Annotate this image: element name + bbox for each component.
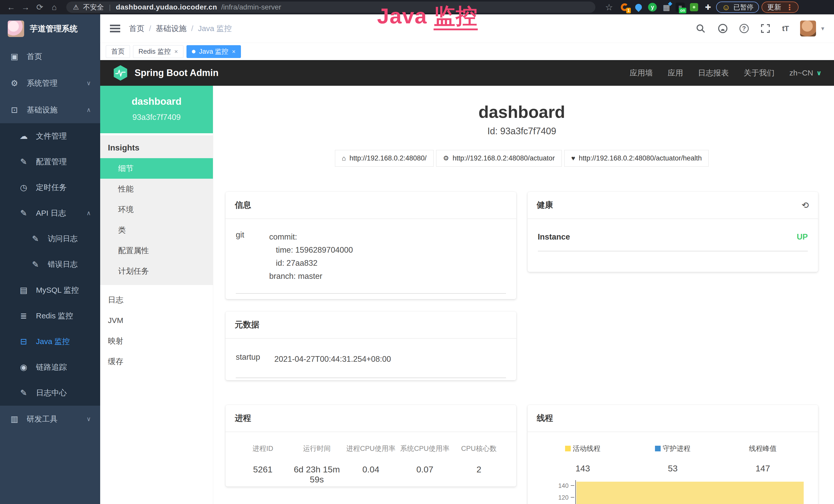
database-icon: ▤ xyxy=(19,285,29,295)
sba-menu-config-props[interactable]: 配置属性 xyxy=(100,240,213,261)
admin-sidebar: 芋道管理系统 ▣ 首页 ⚙ 系统管理 ∨ ⊡ 基础设施 ∧ ☁ 文件管理 xyxy=(0,15,100,504)
breadcrumb-infra[interactable]: 基础设施 xyxy=(156,23,186,34)
search-icon[interactable] xyxy=(695,23,706,34)
profile-paused-chip[interactable]: ☺ 已暂停 xyxy=(716,2,759,13)
sidebar-item-home[interactable]: ▣ 首页 xyxy=(0,43,100,70)
extension-grid-icon[interactable]: ▦ xyxy=(661,2,672,13)
health-url-link[interactable]: ♥ http://192.168.0.2:48080/actuator/heal… xyxy=(564,150,709,167)
service-url-link[interactable]: ⌂ http://192.168.0.2:48080/ xyxy=(335,150,434,167)
sba-menu-details[interactable]: 细节 xyxy=(100,158,213,179)
sidebar-item-api-log[interactable]: ✎ API 日志 ∧ xyxy=(0,200,100,226)
extension-tabs-icon[interactable]: ≡ on xyxy=(675,2,686,13)
log-edit-icon: ✎ xyxy=(30,234,41,244)
sba-menu-environment[interactable]: 环境 xyxy=(100,199,213,220)
extension-green-icon[interactable] xyxy=(688,2,700,13)
y-glyph: y xyxy=(648,3,657,12)
browser-home-icon[interactable]: ⌂ xyxy=(48,3,60,12)
browser-reload-icon[interactable]: ⟳ xyxy=(34,2,46,12)
avatar-caret-icon[interactable]: ▾ xyxy=(821,25,824,32)
sba-menu-logs[interactable]: 日志 xyxy=(100,290,213,310)
github-icon[interactable] xyxy=(717,23,728,34)
browser-forward-icon[interactable]: → xyxy=(20,3,31,12)
process-table: 进程ID 5261 运行时间 6d 23h 15m 59s xyxy=(236,444,506,484)
link-label: http://192.168.0.2:48080/ xyxy=(349,154,426,162)
sba-nav-wallboard[interactable]: 应用墙 xyxy=(630,68,653,78)
sidebar-item-system[interactable]: ⚙ 系统管理 ∨ xyxy=(0,70,100,96)
on-badge: on xyxy=(679,8,686,13)
sba-menu-mappings[interactable]: 映射 xyxy=(100,331,213,351)
browser-update-button[interactable]: 更新 ⋮ xyxy=(762,2,798,13)
font-size-icon[interactable]: tT xyxy=(782,24,789,33)
link-label: http://192.168.0.2:48080/actuator xyxy=(453,154,555,162)
sba-menu-jvm[interactable]: JVM xyxy=(100,310,213,331)
actuator-url-link[interactable]: ⚙ http://192.168.0.2:48080/actuator xyxy=(436,150,562,167)
sidebar-logo-row[interactable]: 芋道管理系统 xyxy=(0,15,100,43)
sba-locale-select[interactable]: zh~CN ∨ xyxy=(789,69,822,77)
sidebar-item-access-log[interactable]: ✎ 访问日志 xyxy=(0,226,100,252)
tab-redis-monitor[interactable]: Redis 监控 × xyxy=(133,45,183,58)
browser-menu-icon[interactable]: ⋮ xyxy=(786,3,793,12)
sba-header: Spring Boot Admin 应用墙 应用 日志报表 关于我们 zh~CN… xyxy=(100,60,834,86)
address-bar[interactable]: ⚠ 不安全 | dashboard.yudao.iocoder.cn /infr… xyxy=(66,2,595,13)
sidebar-item-mysql-monitor[interactable]: ▤ MySQL 监控 xyxy=(0,277,100,303)
browser-back-icon[interactable]: ← xyxy=(5,3,17,12)
sidebar-item-file-manage[interactable]: ☁ 文件管理 xyxy=(0,123,100,149)
git-id-line: id: 27aa832 xyxy=(269,256,506,270)
info-value: commit: time: 1596289704000 id: 27aa832 … xyxy=(269,230,506,283)
extension-pin-icon[interactable] xyxy=(633,2,644,13)
tab-java-monitor[interactable]: Java 监控 × xyxy=(186,45,241,58)
sidebar-item-trace[interactable]: ◉ 链路追踪 xyxy=(0,354,100,380)
sidebar-item-scheduled-job[interactable]: ◷ 定时任务 xyxy=(0,175,100,200)
paused-label: 已暂停 xyxy=(733,3,753,12)
instance-header[interactable]: dashboard 93a3fc7f7409 xyxy=(100,86,213,133)
history-icon[interactable]: ⟲ xyxy=(802,200,809,210)
sidebar-item-error-log[interactable]: ✎ 错误日志 xyxy=(0,252,100,277)
sba-nav-about[interactable]: 关于我们 xyxy=(744,68,774,78)
close-icon[interactable]: × xyxy=(174,48,178,55)
sba-menu-classes[interactable]: 类 xyxy=(100,220,213,240)
pin-glyph xyxy=(634,3,643,12)
y-axis-tick: 120 xyxy=(538,494,569,501)
legend-label: 守护进程 xyxy=(663,444,690,453)
sidebar-item-java-monitor[interactable]: ⊟ Java 监控 xyxy=(0,329,100,354)
health-instance-row: Instance UP xyxy=(538,232,808,251)
close-icon[interactable]: × xyxy=(232,48,236,55)
sba-menu-caches[interactable]: 缓存 xyxy=(100,351,213,372)
git-branch-line: branch: master xyxy=(269,270,506,283)
git-time-line: time: 1596289704000 xyxy=(269,244,506,256)
sidebar-item-dev-tools[interactable]: ▥ 研发工具 ∨ xyxy=(0,406,100,432)
sidebar-item-redis-monitor[interactable]: ≣ Redis 监控 xyxy=(0,303,100,329)
spring-boot-admin-frame: Spring Boot Admin 应用墙 应用 日志报表 关于我们 zh~CN… xyxy=(100,60,834,504)
extension-y-icon[interactable]: y xyxy=(647,2,658,13)
info-card: 信息 git commit: time: 1596289704000 id: 2… xyxy=(225,192,516,299)
wrench-icon: ⚙ xyxy=(443,154,449,162)
sba-nav-applications[interactable]: 应用 xyxy=(667,68,683,78)
metadata-key: startup xyxy=(236,352,274,366)
extension-orange-icon[interactable]: 1 xyxy=(619,2,630,13)
timer-icon: ◷ xyxy=(19,183,29,192)
sba-brand[interactable]: Spring Boot Admin xyxy=(112,65,219,82)
tab-label: Redis 监控 xyxy=(138,47,171,56)
threads-live-stat: 活动线程 143 xyxy=(538,444,628,474)
process-col-uptime: 运行时间 6d 23h 15m 59s xyxy=(290,444,344,484)
tab-home[interactable]: 首页 xyxy=(106,45,130,58)
stack-icon: ≣ xyxy=(19,311,29,321)
sba-menu-scheduled-tasks[interactable]: 计划任务 xyxy=(100,261,213,281)
card-title: 信息 xyxy=(235,200,251,211)
help-icon[interactable]: ? xyxy=(740,24,749,33)
sidebar-item-infra[interactable]: ⊡ 基础设施 ∧ xyxy=(0,96,100,123)
user-avatar[interactable] xyxy=(800,21,816,37)
bookmark-star-icon[interactable]: ☆ xyxy=(605,2,613,12)
puzzle-glyph: ✚ xyxy=(705,3,711,12)
sidebar-item-config-manage[interactable]: ✎ 配置管理 xyxy=(0,149,100,175)
screen: ← → ⟳ ⌂ ⚠ 不安全 | dashboard.yudao.iocoder.… xyxy=(0,0,834,504)
breadcrumb-home[interactable]: 首页 xyxy=(129,23,144,34)
fullscreen-icon[interactable] xyxy=(760,23,771,34)
sidebar-item-log-center[interactable]: ✎ 日志中心 xyxy=(0,380,100,406)
extensions-puzzle-icon[interactable]: ✚ xyxy=(702,2,714,13)
collapse-sidebar-icon[interactable] xyxy=(110,25,120,32)
log-edit-icon: ✎ xyxy=(19,208,29,218)
sba-menu-metrics[interactable]: 性能 xyxy=(100,179,213,199)
y-axis-tick: 140 xyxy=(538,482,569,489)
sba-nav-journal[interactable]: 日志报表 xyxy=(698,68,729,78)
